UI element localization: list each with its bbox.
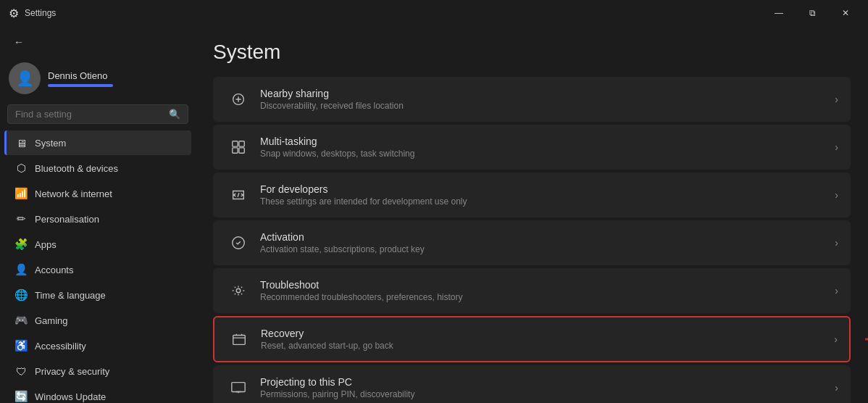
sidebar-item-accessibility[interactable]: ♿ Accessibility bbox=[4, 333, 191, 358]
nav-label-accessibility: Accessibility bbox=[35, 341, 86, 352]
minimize-button[interactable]: — bbox=[762, 1, 796, 25]
item-text-troubleshoot: Troubleshoot Recommended troubleshooters… bbox=[260, 279, 835, 302]
profile-name: Dennis Otieno bbox=[48, 70, 113, 81]
sidebar-item-privacy[interactable]: 🛡 Privacy & security bbox=[4, 359, 191, 383]
sidebar-item-windows-update[interactable]: 🔄 Windows Update bbox=[4, 384, 191, 403]
titlebar-controls: — ⧉ ✕ bbox=[762, 1, 862, 25]
item-icon-for-developers bbox=[225, 182, 251, 208]
profile-info: Dennis Otieno bbox=[48, 70, 113, 87]
svg-rect-3 bbox=[239, 148, 244, 153]
maximize-button[interactable]: ⧉ bbox=[796, 1, 829, 25]
profile-progress-bar bbox=[48, 84, 113, 87]
close-button[interactable]: ✕ bbox=[829, 1, 862, 25]
nav-icon-apps: 🧩 bbox=[14, 238, 28, 251]
sidebar-header: ← bbox=[0, 26, 196, 57]
nav-icon-time: 🌐 bbox=[14, 288, 28, 302]
nav-label-windows-update: Windows Update bbox=[35, 391, 106, 402]
sidebar: ← 👤 Dennis Otieno 🔍 🖥 System ⬡ Bluetooth… bbox=[0, 26, 196, 403]
nav-icon-windows-update: 🔄 bbox=[14, 390, 28, 403]
item-chevron-nearby-sharing: › bbox=[835, 94, 838, 105]
item-chevron-for-developers: › bbox=[835, 189, 838, 201]
item-chevron-activation: › bbox=[835, 237, 838, 249]
titlebar: ⚙ Settings — ⧉ ✕ bbox=[0, 0, 868, 26]
nav-label-accounts: Accounts bbox=[35, 265, 73, 275]
settings-item-recovery[interactable]: Recovery Reset, advanced start-up, go ba… bbox=[213, 316, 851, 362]
item-title-nearby-sharing: Nearby sharing bbox=[260, 88, 835, 99]
app-body: ← 👤 Dennis Otieno 🔍 🖥 System ⬡ Bluetooth… bbox=[0, 26, 868, 403]
item-title-for-developers: For developers bbox=[260, 183, 835, 195]
item-icon-recovery bbox=[226, 326, 252, 352]
nav-icon-accessibility: ♿ bbox=[14, 339, 28, 352]
settings-item-projecting[interactable]: Projecting to this PC Permissions, pairi… bbox=[213, 365, 851, 403]
item-icon-nearby-sharing bbox=[225, 86, 251, 112]
item-text-for-developers: For developers These settings are intend… bbox=[260, 183, 835, 207]
item-icon-activation bbox=[225, 230, 251, 256]
nav-icon-accounts: 👤 bbox=[14, 263, 28, 276]
nav-icon-privacy: 🛡 bbox=[14, 365, 28, 378]
titlebar-title: Settings bbox=[25, 8, 56, 18]
nav-label-bluetooth: Bluetooth & devices bbox=[35, 163, 118, 174]
item-title-multitasking: Multi-tasking bbox=[260, 136, 835, 147]
item-text-multitasking: Multi-tasking Snap windows, desktops, ta… bbox=[260, 136, 835, 159]
item-chevron-multitasking: › bbox=[835, 141, 838, 153]
item-icon-troubleshoot bbox=[225, 278, 251, 304]
item-desc-activation: Activation state, subscriptions, product… bbox=[260, 244, 835, 254]
svg-rect-2 bbox=[233, 148, 238, 153]
back-button[interactable]: ← bbox=[9, 32, 29, 52]
nav-icon-system: 🖥 bbox=[14, 136, 28, 149]
item-title-troubleshoot: Troubleshoot bbox=[260, 279, 835, 291]
search-box[interactable]: 🔍 bbox=[7, 104, 188, 124]
svg-rect-0 bbox=[233, 141, 238, 146]
svg-rect-6 bbox=[233, 336, 246, 345]
item-desc-troubleshoot: Recommended troubleshooters, preferences… bbox=[260, 292, 835, 302]
item-icon-projecting bbox=[225, 375, 251, 401]
sidebar-item-apps[interactable]: 🧩 Apps bbox=[4, 232, 191, 257]
item-chevron-recovery: › bbox=[834, 333, 838, 345]
nav-label-system: System bbox=[35, 138, 66, 149]
content-area: System Nearby sharing Discoverability, r… bbox=[196, 26, 868, 403]
sidebar-item-bluetooth[interactable]: ⬡ Bluetooth & devices bbox=[4, 156, 191, 180]
sidebar-item-time[interactable]: 🌐 Time & language bbox=[4, 283, 191, 307]
nav-icon-network: 📶 bbox=[14, 187, 28, 200]
item-desc-projecting: Permissions, pairing PIN, discoverabilit… bbox=[260, 389, 835, 399]
nav-label-privacy: Privacy & security bbox=[35, 366, 109, 377]
item-icon-multitasking bbox=[225, 134, 251, 160]
item-text-activation: Activation Activation state, subscriptio… bbox=[260, 231, 835, 254]
item-title-activation: Activation bbox=[260, 231, 835, 243]
sidebar-item-personalisation[interactable]: ✏ Personalisation bbox=[4, 207, 191, 231]
sidebar-item-accounts[interactable]: 👤 Accounts bbox=[4, 257, 191, 282]
svg-rect-8 bbox=[232, 383, 245, 392]
settings-item-troubleshoot[interactable]: Troubleshoot Recommended troubleshooters… bbox=[213, 268, 851, 313]
sidebar-item-system[interactable]: 🖥 System bbox=[4, 130, 191, 155]
settings-item-nearby-sharing[interactable]: Nearby sharing Discoverability, received… bbox=[213, 77, 851, 122]
recovery-arrow-annotation bbox=[854, 321, 868, 357]
titlebar-left: ⚙ Settings bbox=[9, 7, 56, 20]
nav-icon-bluetooth: ⬡ bbox=[14, 162, 28, 175]
search-icon: 🔍 bbox=[169, 109, 180, 120]
sidebar-item-network[interactable]: 📶 Network & internet bbox=[4, 181, 191, 206]
settings-list: Nearby sharing Discoverability, received… bbox=[213, 77, 851, 403]
item-desc-for-developers: These settings are intended for developm… bbox=[260, 196, 835, 207]
item-desc-multitasking: Snap windows, desktops, task switching bbox=[260, 149, 835, 159]
nav-icon-personalisation: ✏ bbox=[14, 212, 28, 225]
page-title: System bbox=[213, 41, 851, 64]
nav-label-gaming: Gaming bbox=[35, 315, 68, 326]
item-desc-nearby-sharing: Discoverability, received files location bbox=[260, 101, 835, 111]
svg-rect-1 bbox=[239, 141, 244, 146]
svg-point-5 bbox=[236, 288, 241, 293]
nav-label-network: Network & internet bbox=[35, 188, 112, 199]
sidebar-item-gaming[interactable]: 🎮 Gaming bbox=[4, 308, 191, 333]
item-title-projecting: Projecting to this PC bbox=[260, 376, 835, 388]
app-icon: ⚙ bbox=[9, 7, 19, 20]
settings-item-for-developers[interactable]: For developers These settings are intend… bbox=[213, 173, 851, 217]
settings-item-multitasking[interactable]: Multi-tasking Snap windows, desktops, ta… bbox=[213, 125, 851, 170]
profile-area: 👤 Dennis Otieno bbox=[0, 57, 196, 101]
search-input[interactable] bbox=[15, 109, 164, 120]
settings-item-activation[interactable]: Activation Activation state, subscriptio… bbox=[213, 220, 851, 265]
item-text-projecting: Projecting to this PC Permissions, pairi… bbox=[260, 376, 835, 399]
nav-label-apps: Apps bbox=[35, 239, 57, 250]
sidebar-nav: 🖥 System ⬡ Bluetooth & devices 📶 Network… bbox=[0, 130, 196, 403]
nav-icon-gaming: 🎮 bbox=[14, 314, 28, 327]
item-title-recovery: Recovery bbox=[261, 328, 834, 339]
item-text-recovery: Recovery Reset, advanced start-up, go ba… bbox=[261, 328, 834, 351]
